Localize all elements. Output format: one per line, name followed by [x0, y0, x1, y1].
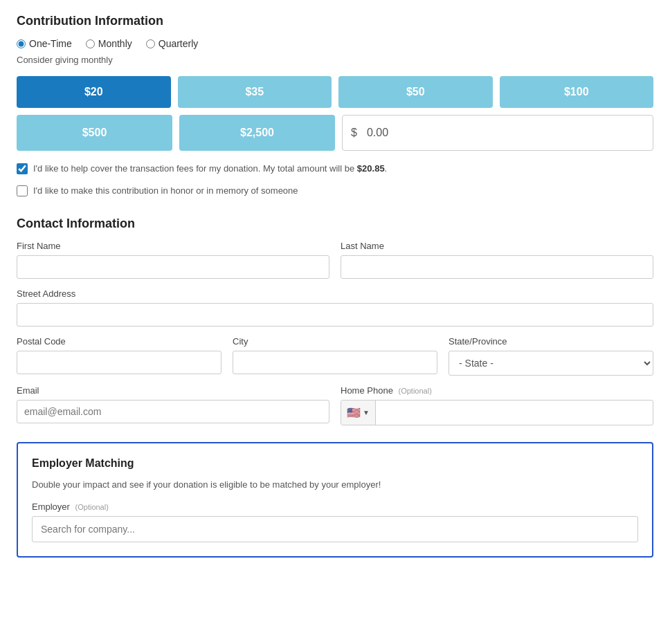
first-name-input[interactable]: [17, 255, 329, 279]
amount-btn-2500[interactable]: $2,500: [179, 115, 335, 151]
frequency-quarterly-radio[interactable]: [146, 39, 155, 48]
employer-description-exclaim: !: [379, 479, 381, 490]
frequency-monthly-radio[interactable]: [86, 39, 95, 48]
frequency-one-time-radio[interactable]: [17, 39, 26, 48]
fee-period: .: [385, 163, 388, 174]
street-address-input[interactable]: [17, 303, 653, 326]
first-name-group: First Name: [17, 241, 329, 279]
honor-checkbox[interactable]: [17, 185, 28, 196]
last-name-label: Last Name: [341, 241, 653, 251]
last-name-input[interactable]: [341, 255, 653, 279]
street-address-label: Street Address: [17, 288, 653, 299]
frequency-one-time-label: One-Time: [29, 38, 72, 49]
last-name-group: Last Name: [341, 241, 653, 279]
amount-btn-50[interactable]: $50: [338, 76, 493, 108]
city-label: City: [233, 336, 437, 347]
state-province-group: State/Province - State - Alabama Alaska …: [449, 336, 653, 376]
name-row: First Name Last Name: [17, 241, 653, 279]
custom-amount-input[interactable]: [359, 121, 644, 145]
address-row: Postal Code City State/Province - State …: [17, 336, 653, 376]
phone-input-wrapper: 🇺🇸 ▼: [341, 400, 653, 425]
contribution-title: Contribution Information: [17, 14, 653, 28]
first-name-label: First Name: [17, 241, 329, 251]
employer-label: Employer (Optional): [32, 502, 638, 512]
frequency-monthly-label: Monthly: [98, 38, 132, 49]
contact-details-row: Email Home Phone (Optional) 🇺🇸 ▼: [17, 385, 653, 425]
postal-code-label: Postal Code: [17, 336, 221, 347]
honor-checkbox-label[interactable]: I'd like to make this contribution in ho…: [33, 184, 298, 198]
fee-label-text: I'd like to help cover the transaction f…: [33, 163, 357, 174]
us-flag-icon: 🇺🇸: [347, 406, 361, 419]
amount-btn-100[interactable]: $100: [500, 76, 654, 108]
amount-btn-20[interactable]: $20: [17, 76, 171, 108]
custom-amount-wrapper: $: [342, 115, 653, 151]
employer-section: Employer Matching Double your impact and…: [17, 442, 653, 558]
postal-code-input[interactable]: [17, 351, 221, 374]
employer-search-input[interactable]: [32, 516, 638, 542]
employer-input-group: Employer (Optional): [32, 502, 638, 542]
frequency-quarterly[interactable]: Quarterly: [146, 38, 199, 49]
contact-section: Contact Information First Name Last Name…: [17, 217, 653, 425]
frequency-row: One-Time Monthly Quarterly: [17, 38, 653, 49]
phone-group: Home Phone (Optional) 🇺🇸 ▼: [341, 385, 653, 425]
custom-amount-prefix: $: [351, 127, 357, 139]
consider-text: Consider giving monthly: [17, 55, 653, 65]
frequency-quarterly-label: Quarterly: [159, 38, 199, 49]
email-label: Email: [17, 385, 329, 396]
state-province-select[interactable]: - State - Alabama Alaska Arizona Califor…: [449, 351, 653, 376]
state-province-label: State/Province: [449, 336, 653, 347]
contribution-section: Contribution Information One-Time Monthl…: [17, 14, 653, 197]
phone-flag-selector[interactable]: 🇺🇸 ▼: [341, 401, 376, 425]
city-input[interactable]: [233, 351, 437, 374]
amount-btn-500[interactable]: $500: [17, 115, 172, 151]
honor-checkbox-row: I'd like to make this contribution in ho…: [17, 184, 653, 198]
employer-title: Employer Matching: [32, 457, 638, 470]
fee-checkbox-label[interactable]: I'd like to help cover the transaction f…: [33, 162, 387, 176]
phone-caret-icon: ▼: [363, 409, 370, 416]
postal-code-group: Postal Code: [17, 336, 221, 376]
phone-input[interactable]: [376, 402, 653, 424]
employer-description-text: Double your impact and see if your donat…: [32, 479, 379, 490]
fee-checkbox[interactable]: [17, 163, 28, 174]
amount-row2: $500 $2,500 $: [17, 115, 653, 151]
employer-description: Double your impact and see if your donat…: [32, 478, 638, 492]
contact-title: Contact Information: [17, 217, 653, 231]
frequency-monthly[interactable]: Monthly: [86, 38, 132, 49]
amount-grid: $20 $35 $50 $100: [17, 76, 653, 108]
fee-checkbox-row: I'd like to help cover the transaction f…: [17, 162, 653, 176]
frequency-one-time[interactable]: One-Time: [17, 38, 72, 49]
fee-amount: $20.85: [357, 163, 385, 174]
email-group: Email: [17, 385, 329, 425]
street-address-group: Street Address: [17, 288, 653, 326]
email-input[interactable]: [17, 400, 329, 423]
phone-label: Home Phone (Optional): [341, 385, 653, 396]
amount-btn-35[interactable]: $35: [178, 76, 332, 108]
street-row: Street Address: [17, 288, 653, 326]
city-group: City: [233, 336, 437, 376]
